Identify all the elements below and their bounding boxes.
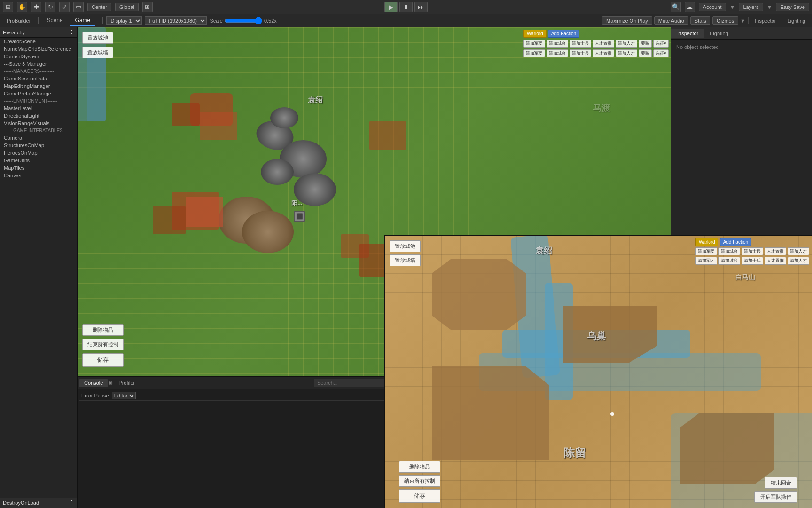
sidebar-item-gameunits[interactable]: GameUnits [0,157,77,164]
second-end-all-control-btn[interactable]: 结束所有控制 [399,475,440,487]
save-btn[interactable]: 储存 [82,353,124,367]
second-btns-bottom: 删除物品 结束所有控制 储存 [399,461,440,503]
place-castle-btn-1[interactable]: 置放城池 [82,32,113,44]
sidebar-item-namemap[interactable]: NameMapGridSizeReference [0,45,77,53]
yaolu-2[interactable]: 要路 [639,49,652,57]
scale-bar: Scale 0.52x [210,17,276,24]
stats-btn[interactable]: Stats [690,16,710,25]
s-talent-push-2[interactable]: 人才置推 [765,257,786,265]
lighting-tab[interactable]: Lighting [783,17,809,24]
sidebar-menu-icon[interactable]: ⋮ [69,29,74,35]
talent-push-2[interactable]: 人才置推 [593,49,614,57]
sidebar-item-maptiles[interactable]: MapTiles [0,164,77,172]
sidebar-item-masterlevel[interactable]: MasterLevel [0,104,77,112]
add-talent-1[interactable]: 添加人才 [616,40,637,48]
second-warlord-btn[interactable]: Warlord [695,238,718,246]
center-button[interactable]: Center [87,3,111,11]
s-add-soldier-1[interactable]: 添加士兵 [742,247,763,255]
probuilder-label[interactable]: ProBuilder [3,17,34,24]
destroy-on-load-menu[interactable]: ⋮ [69,500,74,506]
play-button[interactable]: ▶ [384,2,398,12]
add-soldier-1[interactable]: 添加士兵 [570,40,591,48]
lighting-panel-tab[interactable]: Lighting [704,29,734,38]
maximize-on-play-btn[interactable]: Maximize On Play [602,16,652,25]
sidebar-item-camera[interactable]: Camera [0,134,77,142]
sidebar-item-creatorscene[interactable]: CreatorScene [0,38,77,45]
sidebar-item-managers[interactable]: ------MANAGERS--------- [0,68,77,75]
game-tab[interactable]: Game [70,16,95,26]
second-save-btn[interactable]: 储存 [399,489,440,503]
warlord-btn[interactable]: Warlord [523,30,547,38]
second-open-troop-btn[interactable]: 开启军队操作 [754,491,797,503]
select-2[interactable]: 选征▾ [653,49,669,57]
sidebar-item-canvas[interactable]: Canvas [0,172,77,179]
unity-logo[interactable]: ⊞ [3,2,13,12]
resolution-select[interactable]: Full HD (1920x1080) [145,16,207,25]
sidebar-item-gamesession[interactable]: GameSessionData [0,75,77,82]
s-add-platform-2[interactable]: 添加城台 [718,257,740,265]
mute-audio-btn[interactable]: Mute Audio [654,16,688,25]
display-select[interactable]: Display 1 [106,16,142,25]
s-add-army-2[interactable]: 添加军团 [695,257,717,265]
add-faction-btn[interactable]: Add Faction [548,30,579,38]
scale-tool[interactable]: ⤢ [59,2,70,12]
sidebar-item-gameinteratables[interactable]: ------GAME INTERATABLES------ [0,127,77,134]
move-tool[interactable]: ✚ [31,2,41,12]
rotate-tool[interactable]: ↻ [45,2,55,12]
sidebar-item-save3[interactable]: ---Save 3 Manager [0,60,77,68]
sidebar-item-contentsystem[interactable]: ContentSystem [0,53,77,60]
easy-save-button[interactable]: Easy Save [776,3,809,11]
add-platform-2[interactable]: 添加城台 [547,49,568,57]
layers-button[interactable]: Layers [739,3,763,11]
add-army-1[interactable]: 添加军团 [523,40,545,48]
global-button[interactable]: Global [115,3,139,11]
s-add-talent-2[interactable]: 添加人才 [788,257,809,265]
second-place-castle-btn[interactable]: 置放城池 [390,240,421,252]
sidebar-item-prefabstorage[interactable]: GamePrefabStorage [0,90,77,97]
sidebar-item-structures[interactable]: StructuresOnMap [0,142,77,149]
profiler-tab[interactable]: Profiler [114,379,140,387]
scene-tab[interactable]: Scene [42,16,68,26]
second-place-wall-btn[interactable]: 置放城墙 [390,254,421,266]
s-add-platform-1[interactable]: 添加城台 [718,247,740,255]
editor-select[interactable]: Editor [112,392,136,399]
sidebar-item-mapediting[interactable]: MapEditingManager [0,82,77,90]
s-add-soldier-2[interactable]: 添加士兵 [742,257,763,265]
search-icon[interactable]: 🔍 [671,2,681,12]
console-tab[interactable]: Console [79,379,108,387]
add-talent-2[interactable]: 添加人才 [616,49,637,57]
second-add-faction-btn[interactable]: Add Faction [720,238,751,246]
yaolu-1[interactable]: 要路 [639,40,652,48]
add-soldier-2[interactable]: 添加士兵 [570,49,591,57]
unit-marker[interactable]: ⬛ [294,211,305,222]
s-add-talent-1[interactable]: 添加人才 [788,247,809,255]
place-wall-btn-1[interactable]: 置放城墙 [82,47,113,58]
second-delete-items-btn[interactable]: 删除物品 [399,461,440,473]
second-end-round-btn[interactable]: 结束回合 [765,477,797,489]
terrain-flower-3 [200,112,237,140]
step-button[interactable]: ⏭ [414,2,428,12]
select-1[interactable]: 选征▾ [653,40,669,48]
inspector-panel-tab[interactable]: Inspector [671,29,704,38]
grid-tool[interactable]: ⊞ [142,2,153,12]
gizmos-btn[interactable]: Gizmos [712,16,738,25]
pause-button[interactable]: ⏸ [399,2,413,12]
scale-slider[interactable] [225,17,262,24]
delete-items-btn[interactable]: 删除物品 [82,324,124,336]
sidebar-item-heroes[interactable]: HeroesOnMap [0,149,77,157]
s-add-army-1[interactable]: 添加军团 [695,247,717,255]
rect-tool[interactable]: ▭ [73,2,84,12]
cloud-icon[interactable]: ☁ [685,2,695,12]
add-army-2[interactable]: 添加军团 [523,49,545,57]
add-platform-1[interactable]: 添加城台 [547,40,568,48]
talent-push-1[interactable]: 人才置推 [593,40,614,48]
game-btns-top-left: 置放城池 置放城墙 [82,32,113,58]
account-button[interactable]: Account [699,3,726,11]
sidebar-item-environment[interactable]: ------ENVIRONMENT------ [0,97,77,104]
end-all-control-btn[interactable]: 结束所有控制 [82,339,124,350]
sidebar-item-visionrange[interactable]: VisionRangeVisuals [0,119,77,127]
sidebar-item-dirlight[interactable]: DirectionalLight [0,112,77,119]
inspector-tab[interactable]: Inspector [751,17,780,24]
s-talent-push-1[interactable]: 人才置推 [765,247,786,255]
hand-tool[interactable]: ✋ [17,2,27,12]
